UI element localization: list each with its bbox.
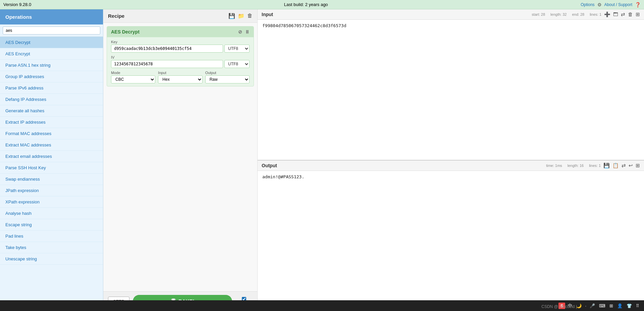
output-title: Output — [262, 163, 277, 168]
input-lines-stat: lines: 1 — [590, 12, 601, 16]
key-field-row: Key UTF8 Hex Base64 — [111, 40, 250, 53]
iv-field-row: IV UTF8 Hex Base64 — [111, 55, 250, 68]
input-field: Input Hex UTF8 Base64 — [158, 71, 202, 83]
taskbar-mic[interactable]: 🎤 — [588, 303, 596, 309]
iv-encoding-select[interactable]: UTF8 Hex Base64 — [224, 60, 250, 68]
output-value: admin!@#PASS123. — [262, 174, 304, 179]
io-panel: Input start: 28 length: 32 end: 28 lines… — [258, 9, 644, 311]
iv-label: IV — [111, 55, 250, 59]
taskbar-grid2[interactable]: ⠿ — [635, 303, 641, 309]
topbar: Version 9.28.0 Last build: 2 years ago O… — [0, 0, 644, 9]
aes-decrypt-card: AES Decrypt ⊘ ⏸ Key UTF8 Hex — [107, 26, 254, 86]
sidebar-item-defang-ip[interactable]: Defang IP Addresses — [0, 94, 103, 105]
output-content: admin!@#PASS123. — [258, 171, 644, 311]
save-icon[interactable]: 💾 — [228, 13, 235, 19]
output-select[interactable]: Raw Hex Base64 — [205, 75, 250, 83]
key-encoding-select[interactable]: UTF8 Hex Base64 — [224, 45, 250, 53]
output-save-icon[interactable]: 💾 — [603, 163, 610, 169]
taskbar-shirt[interactable]: 👕 — [625, 303, 633, 309]
input-header-right: start: 28 length: 32 end: 28 lines: 1 ➕ … — [532, 11, 640, 17]
taskbar-user[interactable]: 👤 — [616, 303, 624, 309]
sidebar: Operations AES DecryptAES EncryptParse A… — [0, 9, 103, 311]
input-stats: start: 28 length: 32 end: 28 lines: 1 — [532, 12, 601, 16]
sidebar-item-escape-string[interactable]: Escape string — [0, 219, 103, 231]
recipe-title: Recipe — [108, 13, 124, 19]
output-swap-icon[interactable]: ⇄ — [622, 163, 626, 169]
sidebar-item-jpath[interactable]: JPath expression — [0, 185, 103, 196]
key-input-row: UTF8 Hex Base64 — [111, 45, 250, 53]
sidebar-item-analyse-hash[interactable]: Analyse hash — [0, 208, 103, 219]
output-undo-icon[interactable]: ↩ — [629, 163, 633, 169]
sidebar-item-extract-mac[interactable]: Extract MAC addresses — [0, 139, 103, 151]
sidebar-item-swap-endian[interactable]: Swap endianness — [0, 174, 103, 185]
taskbar-grid[interactable]: ⊞ — [608, 303, 614, 309]
input-label: Input — [158, 71, 202, 75]
help-icon[interactable]: ❓ — [635, 2, 641, 7]
search-input[interactable] — [3, 26, 100, 35]
input-length-stat: length: 32 — [550, 12, 567, 16]
input-clear-icon[interactable]: 🗑 — [628, 11, 633, 17]
sidebar-item-take-bytes[interactable]: Take bytes — [0, 242, 103, 253]
input-open-icon[interactable]: 🗔 — [613, 11, 618, 17]
input-header-icons: ➕ 🗔 ⇄ 🗑 ⊞ — [604, 11, 640, 17]
trash-icon[interactable]: 🗑 — [247, 13, 253, 19]
input-add-icon[interactable]: ➕ — [604, 11, 610, 17]
input-swap-icon[interactable]: ⇄ — [621, 11, 625, 17]
sidebar-item-format-mac[interactable]: Format MAC addresses — [0, 128, 103, 139]
mode-label: Mode — [111, 71, 155, 75]
output-label: Output — [205, 71, 250, 75]
input-select[interactable]: Hex UTF8 Base64 — [158, 75, 202, 83]
gear-icon[interactable]: ⚙ — [597, 2, 602, 7]
sidebar-item-pad-lines[interactable]: Pad lines — [0, 231, 103, 242]
recipe-panel: Recipe 💾 📁 🗑 AES Decrypt ⊘ ⏸ Key — [103, 9, 258, 311]
sidebar-item-parse-ssh[interactable]: Parse SSH Host Key — [0, 162, 103, 174]
mode-input-output-row: Mode CBC ECB CFB Input Hex UTF8 — [111, 71, 250, 83]
output-header-right: time: 1ms length: 16 lines: 1 💾 📋 ⇄ ↩ ⊞ — [546, 163, 640, 169]
recipe-content: AES Decrypt ⊘ ⏸ Key UTF8 Hex — [103, 23, 257, 291]
sidebar-item-xpath[interactable]: XPath expression — [0, 196, 103, 208]
operation-card-header: AES Decrypt ⊘ ⏸ — [107, 26, 254, 37]
folder-icon[interactable]: 📁 — [238, 13, 245, 19]
sidebar-item-extract-ip[interactable]: Extract IP addresses — [0, 117, 103, 128]
sidebar-item-unescape-string[interactable]: Unescape string — [0, 253, 103, 265]
output-section: Output time: 1ms length: 16 lines: 1 💾 📋… — [258, 161, 644, 311]
sidebar-item-extract-email[interactable]: Extract email addresses — [0, 151, 103, 162]
taskbar-dot: · — [584, 303, 587, 309]
input-title: Input — [262, 12, 273, 17]
mode-field: Mode CBC ECB CFB — [111, 71, 155, 83]
pause-icon[interactable]: ⏸ — [245, 29, 250, 35]
input-expand-icon[interactable]: ⊞ — [636, 11, 640, 17]
input-textarea[interactable] — [258, 20, 644, 160]
input-end-stat: end: 28 — [572, 12, 584, 16]
iv-input[interactable] — [111, 60, 223, 68]
mode-select[interactable]: CBC ECB CFB — [111, 75, 155, 83]
sidebar-item-parse-ipv6[interactable]: Parse IPv6 address — [0, 82, 103, 94]
sidebar-item-group-ip[interactable]: Group IP addresses — [0, 71, 103, 82]
sidebar-list: AES DecryptAES EncryptParse ASN.1 hex st… — [0, 37, 103, 311]
footer-text: CSDN @ | Arcueid | — [541, 304, 577, 309]
output-copy-icon[interactable]: 📋 — [612, 163, 619, 169]
key-input[interactable] — [111, 45, 223, 53]
input-section: Input start: 28 length: 32 end: 28 lines… — [258, 9, 644, 161]
taskbar-keyboard[interactable]: ⌨ — [598, 303, 607, 309]
sidebar-item-aes-encrypt[interactable]: AES Encrypt — [0, 48, 103, 60]
operation-name: AES Decrypt — [111, 29, 140, 35]
input-header: Input start: 28 length: 32 end: 28 lines… — [258, 9, 644, 20]
recipe-header: Recipe 💾 📁 🗑 — [103, 9, 257, 23]
output-expand-icon[interactable]: ⊞ — [636, 163, 640, 169]
disable-icon[interactable]: ⊘ — [238, 29, 242, 35]
sidebar-item-aes-decrypt[interactable]: AES Decrypt — [0, 37, 103, 48]
topbar-right: Options ⚙ About / Support ❓ — [581, 2, 641, 7]
input-start-stat: start: 28 — [532, 12, 545, 16]
about-support-label[interactable]: About / Support — [604, 2, 632, 7]
recipe-header-icons: 💾 📁 🗑 — [228, 13, 253, 19]
sidebar-item-gen-hashes[interactable]: Generate all hashes — [0, 105, 103, 117]
output-header-icons: 💾 📋 ⇄ ↩ ⊞ — [603, 163, 640, 169]
output-time-stat: time: 1ms — [546, 164, 562, 168]
sidebar-item-parse-asn1[interactable]: Parse ASN.1 hex string — [0, 60, 103, 71]
operation-fields: Key UTF8 Hex Base64 IV — [107, 37, 254, 86]
sidebar-search-container — [0, 24, 103, 37]
key-label: Key — [111, 40, 250, 44]
build-label: Last build: 2 years ago — [284, 2, 328, 7]
options-label[interactable]: Options — [581, 2, 594, 7]
